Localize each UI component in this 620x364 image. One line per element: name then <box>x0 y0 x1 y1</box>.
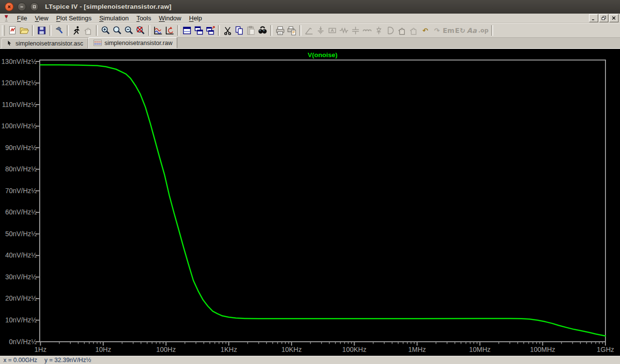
diode-icon <box>373 25 385 36</box>
plot-canvas[interactable]: V(onoise)0nV/Hz½10nV/Hz½20nV/Hz½30nV/Hz½… <box>0 49 620 356</box>
mdi-restore-button[interactable] <box>599 14 608 22</box>
menu-items: FileViewPlot SettingsSimulationToolsWind… <box>13 14 206 22</box>
run-simulation-icon[interactable] <box>71 25 82 36</box>
y-axis-label: 40nV/Hz½ <box>5 251 37 259</box>
capacitor-icon <box>350 25 361 36</box>
menu-view[interactable]: View <box>31 14 52 22</box>
move-icon <box>396 25 408 36</box>
mirror-icon: Em <box>443 25 454 36</box>
y-axis-label: 120nV/Hz½ <box>1 79 37 87</box>
mdi-minimize-icon <box>590 15 597 21</box>
y-axis-label: 80nV/Hz½ <box>5 165 37 173</box>
plot-limits-icon[interactable] <box>164 25 175 36</box>
y-axis-label: 50nV/Hz½ <box>5 230 37 238</box>
y-axis-label: 70nV/Hz½ <box>5 187 37 195</box>
net-label-icon <box>326 25 338 36</box>
wire-icon <box>303 25 315 36</box>
control-panel-icon[interactable] <box>53 25 65 36</box>
rotate-icon: E↻ <box>454 25 466 36</box>
x-axis-label: 10KHz <box>281 346 302 353</box>
window-title: LTspice IV - [simplenoisetransistor.raw] <box>45 3 171 10</box>
waveform-thumbnail-icon <box>93 39 102 46</box>
x-axis-label: 100KHz <box>342 346 367 353</box>
wine-icon <box>2 15 10 22</box>
resistor-icon <box>338 25 350 36</box>
autorange-plot-icon[interactable] <box>152 25 164 36</box>
mdi-close-button[interactable] <box>609 14 619 22</box>
zoom-out-icon[interactable] <box>123 25 135 36</box>
open-file-icon[interactable] <box>18 25 30 36</box>
x-axis-label: 1Hz <box>34 346 46 353</box>
paste-icon <box>245 25 257 36</box>
component-icon <box>385 25 396 36</box>
menu-file[interactable]: File <box>13 14 31 22</box>
x-axis-label: 10Hz <box>95 346 111 353</box>
y-axis-label: 20nV/Hz½ <box>5 294 37 302</box>
onoise-trace <box>41 65 605 336</box>
menu-window[interactable]: Window <box>155 14 185 22</box>
tab-label: simplenoisetransistor.raw <box>105 40 172 46</box>
text-icon: Aa <box>466 25 478 36</box>
ground-icon <box>315 25 326 36</box>
x-axis-label: 100Hz <box>156 346 175 353</box>
zoom-in-icon[interactable] <box>100 25 111 36</box>
halt-simulation-icon <box>82 25 94 36</box>
toolbar-separator <box>177 25 179 36</box>
print-preview-icon[interactable] <box>286 25 297 36</box>
window-close-button[interactable] <box>5 2 14 11</box>
tile-vertical-icon[interactable] <box>193 25 204 36</box>
redo-icon: ↷ <box>431 25 443 36</box>
undo-icon[interactable]: ↶ <box>419 25 431 36</box>
tile-horizontal-icon[interactable] <box>181 25 193 36</box>
status-bar: x = 0.00GHz y = 32.39nV/Hz½ <box>0 356 620 364</box>
mdi-minimize-button[interactable] <box>589 14 598 22</box>
waveform-pane: V(onoise)0nV/Hz½10nV/Hz½20nV/Hz½30nV/Hz½… <box>0 49 620 356</box>
spice-directive-icon: .op <box>478 25 489 36</box>
x-axis-label: 10MHz <box>469 346 491 353</box>
zoom-back-icon[interactable] <box>111 25 123 36</box>
toolbar-separator <box>148 25 150 36</box>
toolbar-separator <box>491 25 493 36</box>
y-axis-label: 110nV/Hz½ <box>2 101 37 108</box>
window-maximize-button[interactable] <box>30 2 39 11</box>
title-bar: LTspice IV - [simplenoisetransistor.raw] <box>0 0 620 14</box>
toolbar-separator <box>299 25 301 36</box>
y-axis-label: 100nV/Hz½ <box>1 122 37 130</box>
tab-simplenoisetransistor.asc[interactable]: simplenoisetransistor.asc <box>1 38 88 48</box>
menu-bar: FileViewPlot SettingsSimulationToolsWind… <box>0 14 620 23</box>
inductor-icon <box>361 25 373 36</box>
y-axis-label: 10nV/Hz½ <box>5 316 37 324</box>
cut-icon[interactable] <box>222 25 233 36</box>
menu-simulation[interactable]: Simulation <box>95 14 133 22</box>
toolbar-separator <box>218 25 220 36</box>
y-axis-label: 90nV/Hz½ <box>5 144 37 152</box>
menu-help[interactable]: Help <box>185 14 206 22</box>
save-icon[interactable] <box>36 25 47 36</box>
menu-tools[interactable]: Tools <box>133 14 155 22</box>
cascade-windows-icon[interactable] <box>204 25 216 36</box>
x-axis-label: 100MHz <box>530 346 555 353</box>
toolbar: ↶↷EmE↻Aa.op <box>0 23 620 38</box>
new-schematic-icon[interactable] <box>7 25 18 36</box>
maximize-icon <box>31 2 38 11</box>
cursor-x-readout: x = 0.00GHz <box>3 357 37 364</box>
trace-label-vonoise[interactable]: V(onoise) <box>308 51 338 59</box>
find-icon[interactable] <box>257 25 268 36</box>
x-axis-label: 1GHz <box>597 346 614 353</box>
application-window: LTspice IV - [simplenoisetransistor.raw]… <box>0 0 620 364</box>
print-icon[interactable] <box>274 25 286 36</box>
menu-plot-settings[interactable]: Plot Settings <box>52 14 95 22</box>
copy-icon[interactable] <box>233 25 245 36</box>
mdi-restore-icon <box>601 15 607 21</box>
drag-icon <box>408 25 419 36</box>
y-axis-label: 60nV/Hz½ <box>5 208 37 216</box>
y-axis-label: 30nV/Hz½ <box>5 273 37 281</box>
tab-simplenoisetransistor.raw[interactable]: simplenoisetransistor.raw <box>88 37 177 48</box>
window-minimize-button[interactable] <box>17 2 26 11</box>
window-controls <box>5 2 39 11</box>
toolbar-separator <box>32 25 34 36</box>
toolbar-grip[interactable] <box>2 25 5 36</box>
mdi-window-controls <box>589 14 619 22</box>
mdi-close-icon <box>611 15 617 21</box>
zoom-full-extents-icon[interactable] <box>135 25 146 36</box>
